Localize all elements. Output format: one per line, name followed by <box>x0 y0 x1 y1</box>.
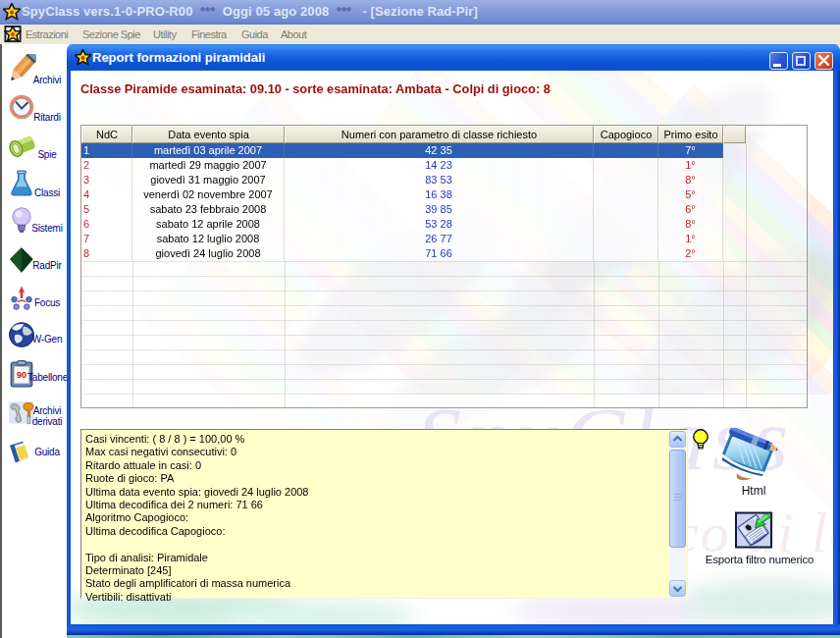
svg-text:90: 90 <box>17 370 26 380</box>
